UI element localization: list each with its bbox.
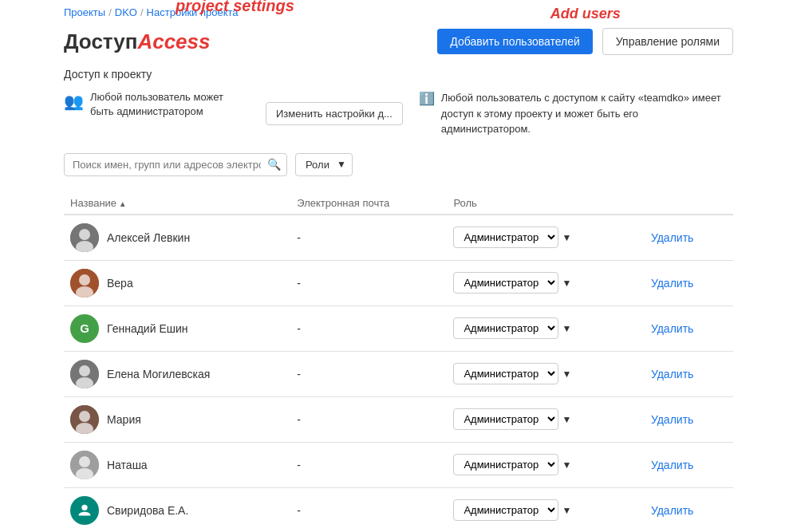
table-row: Мария - Администратор ▼ Удалить: [64, 396, 733, 442]
breadcrumb-sep1: /: [109, 6, 112, 18]
avatar: G: [70, 314, 99, 343]
user-cell: Свиридова Е.А.: [70, 496, 284, 525]
info-box: ℹ️ Любой пользователь с доступом к сайту…: [419, 90, 722, 137]
table-row: Свиридова Е.А. - Администратор ▼ Удалить: [64, 487, 733, 532]
chevron-down-icon: ▼: [562, 323, 571, 334]
chevron-down-icon: ▼: [562, 505, 571, 516]
page-title-container: Доступ Access: [64, 30, 210, 54]
svg-point-13: [79, 456, 90, 467]
chevron-down-icon: ▼: [562, 232, 571, 243]
access-section-title: Доступ к проекту: [64, 68, 733, 81]
delete-user-button[interactable]: Удалить: [648, 365, 696, 384]
user-email: -: [290, 305, 447, 351]
col-email-header: Электронная почта: [290, 192, 447, 215]
page-header: Доступ Access Add users Добавить пользов…: [0, 25, 797, 68]
table-row: Алексей Левкин - Администратор ▼ Удалить: [64, 215, 733, 261]
user-email: -: [290, 396, 447, 442]
delete-user-button[interactable]: Удалить: [648, 410, 696, 429]
chevron-down-icon: ▼: [562, 278, 571, 289]
role-cell: Администратор ▼: [453, 408, 635, 430]
table-row: Наташа - Администратор ▼ Удалить: [64, 442, 733, 487]
user-name: Мария: [107, 413, 141, 426]
user-cell: G Геннадий Ешин: [70, 314, 284, 343]
user-email: -: [290, 260, 447, 305]
project-settings-overlay-label: project settings: [176, 0, 294, 15]
avatar: [70, 269, 99, 298]
avatar: [70, 451, 99, 479]
role-select[interactable]: Администратор: [453, 272, 558, 294]
user-name: Алексей Левкин: [107, 231, 190, 244]
table-row: Елена Могилевская - Администратор ▼ Удал…: [64, 351, 733, 396]
role-select[interactable]: Администратор: [453, 408, 558, 430]
chevron-down-icon: ▼: [562, 459, 571, 471]
delete-user-button[interactable]: Удалить: [648, 228, 696, 247]
add-users-button[interactable]: Добавить пользователей: [437, 29, 592, 54]
breadcrumb-sep2: /: [140, 6, 144, 18]
header-actions: Add users Добавить пользователей Управле…: [437, 28, 733, 55]
role-select[interactable]: Администратор: [453, 454, 558, 475]
delete-user-button[interactable]: Удалить: [648, 319, 696, 338]
user-cell: Мария: [70, 405, 284, 434]
user-name: Елена Могилевская: [107, 368, 210, 380]
delete-user-button[interactable]: Удалить: [648, 455, 696, 475]
page-title-ru: Доступ: [64, 30, 137, 54]
change-settings-button[interactable]: Изменить настройки д...: [266, 102, 403, 125]
col-name-header[interactable]: Название: [64, 192, 290, 215]
avatar: [70, 360, 99, 388]
user-name: Геннадий Ешин: [107, 322, 188, 335]
user-name: Наташа: [107, 459, 148, 471]
breadcrumb-dko[interactable]: DKO: [115, 6, 137, 18]
access-info-row: 👥 Любой пользователь может быть админист…: [64, 90, 733, 137]
role-cell: Администратор ▼: [453, 499, 635, 521]
breadcrumb: Проекты / DKO / Настройки проекта projec…: [0, 0, 797, 25]
user-name: Вера: [107, 277, 133, 290]
user-cell: Наташа: [70, 451, 284, 479]
col-actions-header: [641, 192, 733, 215]
delete-user-button[interactable]: Удалить: [648, 274, 696, 293]
user-name: Свиридова Е.А.: [107, 504, 188, 517]
svg-point-15: [81, 504, 87, 510]
access-type-text: Любой пользователь может быть администра…: [90, 90, 250, 119]
table-row: G Геннадий Ешин - Администратор ▼ Удалит…: [64, 305, 733, 351]
svg-point-1: [79, 229, 90, 240]
chevron-down-icon: ▼: [562, 368, 571, 380]
role-cell: Администратор ▼: [453, 454, 635, 475]
role-select[interactable]: Администратор: [453, 227, 558, 248]
filters-row: 🔍 Роли ▼: [64, 153, 733, 176]
users-table: Название Электронная почта Роль Алексей …: [64, 192, 733, 533]
user-email: -: [290, 442, 447, 487]
svg-point-7: [79, 365, 90, 376]
user-cell: Алексей Левкин: [70, 223, 284, 252]
avatar: [70, 223, 99, 252]
manage-roles-button[interactable]: Управление ролями: [602, 28, 733, 55]
chevron-down-icon: ▼: [562, 414, 571, 425]
role-cell: Администратор ▼: [453, 363, 635, 384]
search-wrapper: 🔍: [64, 153, 287, 176]
role-select[interactable]: Администратор: [453, 317, 558, 339]
access-info-left: 👥 Любой пользователь может быть админист…: [64, 90, 250, 119]
role-cell: Администратор ▼: [453, 227, 635, 248]
roles-dropdown-wrapper: Роли ▼: [295, 153, 353, 176]
role-cell: Администратор ▼: [453, 272, 635, 294]
breadcrumb-projects[interactable]: Проекты: [64, 6, 105, 18]
role-cell: Администратор ▼: [453, 317, 635, 339]
search-input[interactable]: [64, 153, 287, 176]
table-row: Вера - Администратор ▼ Удалить: [64, 260, 733, 305]
delete-user-button[interactable]: Удалить: [648, 501, 696, 520]
svg-point-10: [79, 411, 90, 422]
user-cell: Вера: [70, 269, 284, 298]
table-header-row: Название Электронная почта Роль: [64, 192, 733, 215]
info-text: Любой пользователь с доступом к сайту «t…: [441, 90, 722, 137]
roles-dropdown[interactable]: Роли: [295, 153, 353, 176]
user-email: -: [290, 487, 447, 532]
info-icon: ℹ️: [419, 91, 435, 106]
col-role-header: Роль: [447, 192, 641, 215]
user-email: -: [290, 215, 447, 261]
avatar: [70, 496, 99, 525]
role-select[interactable]: Администратор: [453, 499, 558, 521]
svg-point-4: [79, 274, 90, 286]
user-email: -: [290, 351, 447, 396]
users-icon: 👥: [64, 92, 84, 111]
role-select[interactable]: Администратор: [453, 363, 558, 384]
main-content: Доступ к проекту 👥 Любой пользователь мо…: [0, 68, 797, 532]
